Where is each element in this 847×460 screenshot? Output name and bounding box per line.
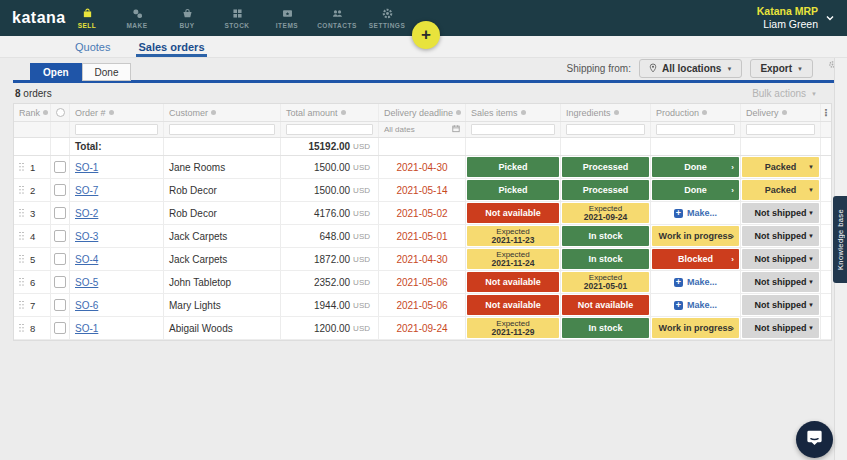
account-menu[interactable]: Katana MRP Liam Green	[757, 5, 847, 31]
order-link[interactable]: SO-1	[75, 162, 98, 173]
drag-handle[interactable]	[19, 324, 24, 333]
order-link[interactable]: SO-6	[75, 300, 98, 311]
delivery-status-chip[interactable]: Packed▼	[742, 180, 819, 200]
row-checkbox[interactable]	[54, 161, 66, 173]
delivery-status-chip[interactable]: Not shipped▼	[742, 226, 819, 246]
nav-item-settings[interactable]: SETTINGS	[362, 0, 412, 36]
row-checkbox[interactable]	[54, 253, 66, 265]
production-status-chip[interactable]: Blocked›	[652, 249, 739, 269]
drag-handle[interactable]	[19, 255, 24, 264]
view-tab-done[interactable]: Done	[82, 63, 132, 81]
drag-handle[interactable]	[19, 186, 24, 195]
ingredients-status-chip[interactable]: In stock	[562, 249, 649, 269]
delivery-status-chip[interactable]: Not shipped▼	[742, 203, 819, 223]
order-link[interactable]: SO-3	[75, 231, 98, 242]
total-filter-input[interactable]	[286, 124, 373, 135]
tab-sales-orders[interactable]: Sales orders	[138, 36, 204, 57]
sales-items-status-chip[interactable]: Expected2021-11-23	[467, 226, 559, 246]
select-all-checkbox[interactable]	[51, 104, 70, 121]
column-header-ingredients[interactable]: Ingredients	[561, 104, 651, 121]
row-checkbox[interactable]	[54, 299, 66, 311]
filter-icon[interactable]	[43, 110, 48, 115]
export-button[interactable]: Export ▼	[750, 59, 813, 78]
column-header-deadline[interactable]: Delivery deadline	[379, 104, 466, 121]
drag-handle[interactable]	[19, 209, 24, 218]
nav-item-buy[interactable]: BUY	[162, 0, 212, 36]
sales_items-filter-input[interactable]	[471, 124, 555, 135]
column-menu-kebab-icon[interactable]: ⋮	[821, 104, 831, 121]
location-selector[interactable]: All locations ▼	[639, 59, 742, 78]
production-status-chip[interactable]: Work in progress›	[652, 226, 739, 246]
filter-icon[interactable]	[109, 110, 114, 115]
filter-icon[interactable]	[211, 110, 216, 115]
row-checkbox[interactable]	[54, 230, 66, 242]
production-status-chip[interactable]: +Make...	[652, 203, 739, 223]
filter-icon[interactable]	[521, 110, 526, 115]
ingredients-status-chip[interactable]: Expected2021-05-01	[562, 272, 649, 292]
sales-items-status-chip[interactable]: Expected2021-11-29	[467, 318, 559, 338]
order-filter-input[interactable]	[75, 124, 158, 135]
production-status-chip[interactable]: +Make...	[652, 295, 739, 315]
delivery-status-chip[interactable]: Not shipped▼	[742, 272, 819, 292]
filter-icon[interactable]	[614, 110, 619, 115]
knowledge-base-tab[interactable]: Knowledge base	[833, 196, 847, 283]
delivery-status-chip[interactable]: Not shipped▼	[742, 249, 819, 269]
bulk-actions-button[interactable]: Bulk actions ▼	[752, 88, 817, 99]
sales-items-status-chip[interactable]: Picked	[467, 180, 559, 200]
filter-icon[interactable]	[782, 110, 787, 115]
production-status-chip[interactable]: Done›	[652, 180, 739, 200]
ingredients-status-chip[interactable]: In stock	[562, 226, 649, 246]
add-order-button[interactable]: +	[412, 21, 440, 49]
drag-handle[interactable]	[19, 278, 24, 287]
view-tab-open[interactable]: Open	[30, 63, 82, 81]
column-header-sales_items[interactable]: Sales items	[466, 104, 561, 121]
ingredients-status-chip[interactable]: Not available	[562, 295, 649, 315]
filter-icon[interactable]	[702, 110, 707, 115]
order-link[interactable]: SO-2	[75, 208, 98, 219]
order-link[interactable]: SO-1	[75, 323, 98, 334]
filter-icon[interactable]	[456, 110, 461, 115]
row-checkbox[interactable]	[54, 276, 66, 288]
column-header-production[interactable]: Production	[651, 104, 741, 121]
filter-icon[interactable]	[341, 110, 346, 115]
nav-item-make[interactable]: MAKE	[112, 0, 162, 36]
ingredients-status-chip[interactable]: Processed	[562, 157, 649, 177]
sales-items-status-chip[interactable]: Not available	[467, 295, 559, 315]
production-filter-input[interactable]	[656, 124, 735, 135]
sales-items-status-chip[interactable]: Not available	[467, 272, 559, 292]
order-link[interactable]: SO-5	[75, 277, 98, 288]
ingredients-status-chip[interactable]: Expected2021-09-24	[562, 203, 649, 223]
delivery-status-chip[interactable]: Packed▼	[742, 157, 819, 177]
delivery-filter-input[interactable]	[746, 124, 815, 135]
drag-handle[interactable]	[19, 232, 24, 241]
drag-handle[interactable]	[19, 301, 24, 310]
chat-widget-button[interactable]	[796, 421, 833, 458]
ingredients-status-chip[interactable]: Processed	[562, 180, 649, 200]
deadline-filter[interactable]: All dates	[384, 124, 460, 135]
delivery-status-chip[interactable]: Not shipped▼	[742, 318, 819, 338]
customer-filter-input[interactable]	[169, 124, 275, 135]
production-status-chip[interactable]: +Make...	[652, 272, 739, 292]
production-status-chip[interactable]: Work in progress›	[652, 318, 739, 338]
delivery-status-chip[interactable]: Not shipped▼	[742, 295, 819, 315]
sales-items-status-chip[interactable]: Expected2021-11-24	[467, 249, 559, 269]
nav-item-items[interactable]: ITEMS	[262, 0, 312, 36]
row-checkbox[interactable]	[54, 184, 66, 196]
ingredients-status-chip[interactable]: In stock	[562, 318, 649, 338]
ingredients-filter-input[interactable]	[566, 124, 645, 135]
column-header-order[interactable]: Order #	[70, 104, 164, 121]
row-checkbox[interactable]	[54, 322, 66, 334]
row-checkbox[interactable]	[54, 207, 66, 219]
production-status-chip[interactable]: Done›	[652, 157, 739, 177]
column-header-delivery[interactable]: Delivery	[741, 104, 821, 121]
nav-item-contacts[interactable]: CONTACTS	[312, 0, 362, 36]
tab-quotes[interactable]: Quotes	[75, 36, 110, 57]
sales-items-status-chip[interactable]: Not available	[467, 203, 559, 223]
order-link[interactable]: SO-4	[75, 254, 98, 265]
order-link[interactable]: SO-7	[75, 185, 98, 196]
nav-item-sell[interactable]: SELL	[62, 0, 112, 36]
column-header-total[interactable]: Total amount	[281, 104, 379, 121]
column-header-customer[interactable]: Customer	[164, 104, 281, 121]
sales-items-status-chip[interactable]: Picked	[467, 157, 559, 177]
nav-item-stock[interactable]: STOCK	[212, 0, 262, 36]
